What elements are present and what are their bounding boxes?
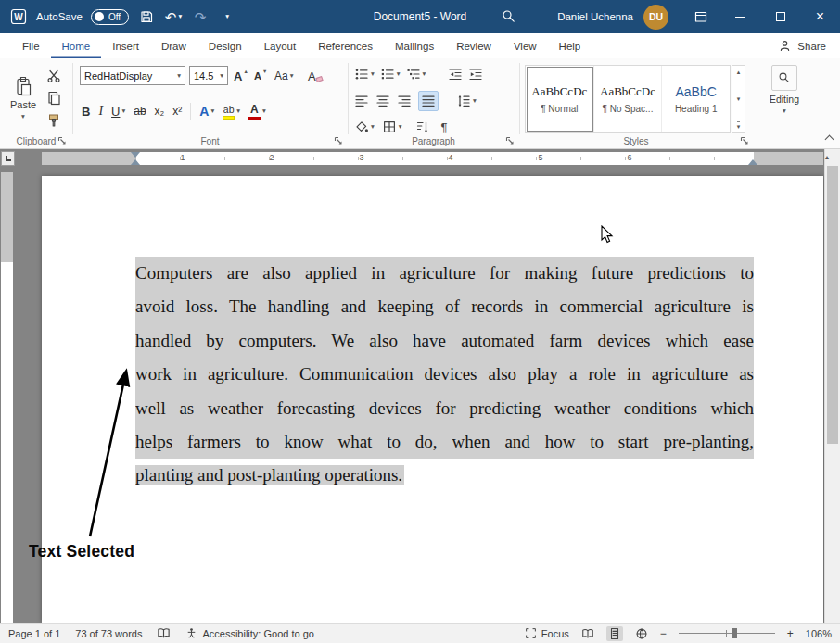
line-spacing-button[interactable]: ▾	[456, 94, 477, 108]
scroll-up-button[interactable]: ▴	[825, 149, 829, 164]
editing-button[interactable]: Editing ▾	[766, 65, 803, 115]
clipboard-dialog-launcher[interactable]	[57, 135, 68, 145]
shrink-font-button[interactable]: A▾	[254, 67, 266, 85]
font-name-combo[interactable]: RedHatDisplay ▾	[80, 66, 185, 85]
grow-font-button[interactable]: A▴	[234, 67, 248, 85]
tab-draw[interactable]: Draw	[150, 33, 197, 58]
horizontal-ruler[interactable]: 1 2 3 4 5 6	[42, 152, 823, 165]
tab-help[interactable]: Help	[548, 33, 592, 58]
zoom-slider[interactable]	[679, 627, 775, 640]
justify-button[interactable]	[418, 91, 439, 111]
search-button[interactable]	[502, 9, 515, 23]
document-line[interactable]: Computers are also applied in agricultur…	[135, 257, 754, 290]
highlight-color-button[interactable]: ab ▾	[223, 104, 240, 120]
document-line[interactable]: handled by computers. We also have autom…	[135, 324, 754, 358]
paste-button[interactable]: Paste ▾	[6, 65, 40, 132]
tab-mailings[interactable]: Mailings	[384, 33, 445, 58]
share-button[interactable]: Share	[778, 39, 826, 53]
strikethrough-button[interactable]: ab	[134, 105, 146, 118]
shading-button[interactable]: ▾	[354, 120, 375, 134]
vertical-scrollbar[interactable]: ▴	[824, 149, 840, 623]
tab-insert[interactable]: Insert	[101, 33, 150, 58]
user-name[interactable]: Daniel Uchenna	[557, 11, 633, 22]
tab-file[interactable]: File	[11, 33, 51, 58]
word-count[interactable]: 73 of 73 words	[75, 628, 142, 639]
zoom-out-button[interactable]: −	[660, 627, 667, 640]
accessibility-status[interactable]: Accessibility: Good to go	[185, 627, 313, 639]
cut-button[interactable]	[45, 67, 63, 85]
change-case-button[interactable]: Aa▾	[274, 67, 293, 85]
underline-button[interactable]: U▾	[111, 105, 125, 119]
minimize-button[interactable]	[720, 0, 760, 33]
tab-layout[interactable]: Layout	[253, 33, 308, 58]
tab-view[interactable]: View	[503, 33, 548, 58]
decrease-indent-button[interactable]	[448, 67, 463, 82]
tab-home[interactable]: Home	[51, 33, 102, 58]
close-button[interactable]: ×	[800, 0, 840, 33]
styles-scroll-up-button[interactable]: ▴	[737, 69, 741, 75]
increase-indent-button[interactable]	[468, 67, 483, 82]
tab-design[interactable]: Design	[197, 33, 253, 58]
document-line[interactable]: well as weather forecasting devices for …	[135, 392, 754, 425]
sort-button[interactable]	[415, 120, 430, 134]
read-mode-button[interactable]	[581, 627, 594, 640]
italic-button[interactable]: I	[98, 104, 103, 119]
document-line[interactable]: work in agriculture. Communication devic…	[135, 358, 754, 391]
tab-selector[interactable]	[1, 151, 15, 166]
page-indicator[interactable]: Page 1 of 1	[8, 628, 60, 639]
autosave-toggle[interactable]: Off	[91, 9, 129, 25]
superscript-button[interactable]: x²	[172, 105, 182, 118]
font-dialog-launcher[interactable]	[334, 135, 344, 145]
styles-scroll-down-button[interactable]: ▾	[737, 95, 741, 102]
tab-review[interactable]: Review	[445, 33, 503, 58]
avatar[interactable]: DU	[643, 5, 668, 30]
zoom-level[interactable]: 106%	[806, 628, 832, 639]
font-color-button[interactable]: A ▾	[248, 103, 266, 120]
bold-button[interactable]: B	[82, 105, 90, 119]
styles-dialog-launcher[interactable]	[740, 135, 750, 145]
maximize-button[interactable]	[760, 0, 800, 33]
borders-button[interactable]: ▾	[382, 120, 402, 134]
zoom-thumb[interactable]	[732, 628, 737, 638]
style-normal[interactable]: AaBbCcDc ¶ Normal	[526, 66, 594, 132]
collapse-ribbon-button[interactable]	[826, 136, 833, 143]
copy-button[interactable]	[45, 89, 63, 107]
clear-formatting-button[interactable]: A	[308, 67, 323, 85]
scrollbar-thumb[interactable]	[827, 166, 838, 444]
page[interactable]: Computers are also applied in agricultur…	[42, 176, 823, 623]
vertical-ruler[interactable]	[1, 172, 13, 623]
align-right-button[interactable]	[397, 94, 412, 108]
first-line-indent-marker[interactable]	[131, 152, 140, 158]
multilevel-list-button[interactable]: ▾	[406, 67, 426, 82]
format-painter-button[interactable]	[45, 111, 63, 130]
text-effects-button[interactable]: A▾	[199, 104, 214, 119]
hanging-indent-marker[interactable]	[131, 159, 140, 165]
search-icon	[502, 9, 515, 23]
show-paragraph-marks-button[interactable]: ¶	[441, 120, 448, 134]
save-button[interactable]	[137, 4, 156, 30]
customize-toolbar-button[interactable]: ▾	[218, 4, 236, 30]
focus-button[interactable]: Focus	[525, 627, 569, 639]
undo-button[interactable]: ↶ ▾	[164, 4, 183, 30]
numbering-button[interactable]: ▾	[380, 67, 401, 82]
ribbon-display-options-button[interactable]	[681, 0, 720, 33]
paragraph-dialog-launcher[interactable]	[505, 135, 515, 145]
tab-references[interactable]: References	[307, 33, 384, 58]
styles-more-button[interactable]: ▾	[737, 121, 741, 130]
print-layout-button[interactable]	[606, 626, 623, 641]
web-layout-button[interactable]	[635, 627, 648, 640]
zoom-in-button[interactable]: +	[787, 627, 794, 640]
proofing-button[interactable]	[157, 626, 171, 640]
document-line[interactable]: avoid loss. The handling and keeping of …	[135, 290, 754, 323]
font-size-combo[interactable]: 14.5 ▾	[189, 66, 228, 85]
align-center-button[interactable]	[375, 94, 390, 108]
redo-button[interactable]: ↷	[191, 4, 210, 30]
subscript-button[interactable]: x₂	[155, 105, 165, 118]
document-line[interactable]: helps farmers to know what to do, when a…	[135, 425, 754, 459]
right-indent-marker[interactable]	[748, 159, 757, 165]
style-heading-1[interactable]: AaBbC Heading 1	[662, 66, 730, 132]
align-left-button[interactable]	[354, 94, 369, 108]
document-line[interactable]: planting and post-planting operations.	[135, 459, 754, 492]
style-no-spacing[interactable]: AaBbCcDc ¶ No Spac...	[594, 66, 663, 132]
bullets-button[interactable]: ▾	[354, 67, 375, 82]
